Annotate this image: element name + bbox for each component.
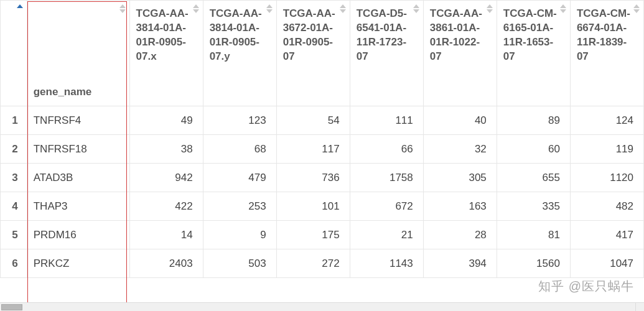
header-label: TCGA-AA-3861-01A-01R-1022-07 — [430, 7, 482, 62]
data-cell[interactable]: 68 — [203, 135, 276, 164]
data-cell[interactable]: 38 — [129, 135, 203, 164]
row-number-cell: 6 — [1, 249, 27, 278]
sort-indicator[interactable] — [633, 4, 640, 13]
data-cell[interactable]: 503 — [203, 249, 276, 278]
data-cell[interactable]: 111 — [350, 106, 423, 135]
data-cell[interactable]: 32 — [423, 135, 497, 164]
sort-asc-icon — [340, 4, 346, 8]
data-cell[interactable]: 335 — [497, 192, 570, 221]
data-cell[interactable]: 175 — [276, 221, 350, 249]
data-cell[interactable]: 119 — [570, 135, 643, 164]
sort-desc-icon — [560, 9, 566, 13]
column-header-gene-name[interactable]: gene_name — [27, 1, 129, 106]
table-row[interactable]: 5PRDM16149175212881417 — [1, 221, 644, 249]
column-header-sample-5[interactable]: TCGA-CM-6165-01A-11R-1653-07 — [497, 1, 570, 106]
data-cell[interactable]: 66 — [350, 135, 423, 164]
header-label: TCGA-D5-6541-01A-11R-1723-07 — [357, 7, 407, 62]
sort-asc-icon — [633, 4, 640, 8]
data-cell[interactable]: 2403 — [129, 249, 203, 278]
data-cell[interactable]: 253 — [203, 192, 276, 221]
data-cell[interactable]: 123 — [203, 106, 276, 135]
header-label: gene_name — [34, 86, 92, 98]
sort-indicator[interactable] — [413, 4, 419, 13]
data-cell[interactable]: 394 — [423, 249, 497, 278]
sort-indicator[interactable] — [119, 4, 126, 13]
row-number-header[interactable] — [1, 1, 27, 106]
gene-name-cell[interactable]: ATAD3B — [27, 164, 129, 192]
table-row[interactable]: 4THAP3422253101672163335482 — [1, 192, 644, 221]
gene-name-cell[interactable]: PRKCZ — [27, 249, 129, 278]
sort-desc-icon — [266, 9, 273, 13]
sort-desc-icon — [413, 9, 419, 13]
header-label: TCGA-AA-3814-01A-01R-0905-07.y — [210, 7, 262, 62]
sort-indicator[interactable] — [487, 4, 493, 13]
gene-name-cell[interactable]: TNFRSF18 — [27, 135, 129, 164]
sort-indicator[interactable] — [266, 4, 273, 13]
gene-name-cell[interactable]: TNFRSF4 — [27, 106, 129, 135]
sort-indicator[interactable] — [193, 4, 199, 13]
data-cell[interactable]: 60 — [497, 135, 570, 164]
data-cell[interactable]: 117 — [276, 135, 350, 164]
data-cell[interactable]: 1120 — [570, 164, 643, 192]
header-label: TCGA-AA-3672-01A-01R-0905-07 — [283, 7, 335, 62]
sort-asc-icon — [413, 4, 419, 8]
data-cell[interactable]: 417 — [570, 221, 643, 249]
row-number-cell: 2 — [1, 135, 27, 164]
data-cell[interactable]: 49 — [129, 106, 203, 135]
sort-asc-icon — [193, 4, 199, 8]
sort-desc-icon — [340, 9, 346, 13]
data-table: gene_name TCGA-AA-3814-01A-01R-0905-07.x… — [0, 0, 644, 278]
column-header-sample-4[interactable]: TCGA-AA-3861-01A-01R-1022-07 — [423, 1, 497, 106]
data-cell[interactable]: 89 — [497, 106, 570, 135]
data-cell[interactable]: 1560 — [497, 249, 570, 278]
column-header-sample-6[interactable]: TCGA-CM-6674-01A-11R-1839-07 — [570, 1, 643, 106]
data-cell[interactable]: 1047 — [570, 249, 643, 278]
data-cell[interactable]: 28 — [423, 221, 497, 249]
header-row: gene_name TCGA-AA-3814-01A-01R-0905-07.x… — [1, 1, 644, 106]
data-cell[interactable]: 942 — [129, 164, 203, 192]
data-cell[interactable]: 54 — [276, 106, 350, 135]
header-label: TCGA-CM-6674-01A-11R-1839-07 — [577, 7, 630, 62]
table-row[interactable]: 3ATAD3B94247973617583056551120 — [1, 164, 644, 192]
row-number-cell: 3 — [1, 164, 27, 192]
data-cell[interactable]: 163 — [423, 192, 497, 221]
sort-indicator-rownum[interactable] — [17, 4, 23, 9]
sort-indicator[interactable] — [560, 4, 566, 13]
table-row[interactable]: 2TNFRSF183868117663260119 — [1, 135, 644, 164]
data-cell[interactable]: 101 — [276, 192, 350, 221]
sort-desc-icon — [633, 9, 640, 13]
sort-desc-icon — [487, 9, 493, 13]
gene-name-cell[interactable]: PRDM16 — [27, 221, 129, 249]
column-header-sample-1[interactable]: TCGA-AA-3814-01A-01R-0905-07.y — [203, 1, 276, 106]
sort-asc-icon — [560, 4, 566, 8]
data-cell[interactable]: 482 — [570, 192, 643, 221]
data-cell[interactable]: 655 — [497, 164, 570, 192]
data-cell[interactable]: 422 — [129, 192, 203, 221]
data-cell[interactable]: 479 — [203, 164, 276, 192]
gene-name-cell[interactable]: THAP3 — [27, 192, 129, 221]
sort-asc-icon — [266, 4, 273, 8]
data-cell[interactable]: 272 — [276, 249, 350, 278]
data-cell[interactable]: 736 — [276, 164, 350, 192]
data-cell[interactable]: 9 — [203, 221, 276, 249]
scrollbar-thumb[interactable] — [1, 304, 22, 310]
header-label: TCGA-AA-3814-01A-01R-0905-07.x — [136, 7, 189, 62]
data-cell[interactable]: 124 — [570, 106, 643, 135]
sort-indicator[interactable] — [340, 4, 346, 13]
data-cell[interactable]: 305 — [423, 164, 497, 192]
sort-asc-icon — [487, 4, 493, 8]
table-row[interactable]: 6PRKCZ2403503272114339415601047 — [1, 249, 644, 278]
row-number-cell: 4 — [1, 192, 27, 221]
data-cell[interactable]: 21 — [350, 221, 423, 249]
column-header-sample-2[interactable]: TCGA-AA-3672-01A-01R-0905-07 — [276, 1, 350, 106]
table-row[interactable]: 1TNFRSF449123541114089124 — [1, 106, 644, 135]
data-cell[interactable]: 672 — [350, 192, 423, 221]
data-cell[interactable]: 1758 — [350, 164, 423, 192]
column-header-sample-0[interactable]: TCGA-AA-3814-01A-01R-0905-07.x — [129, 1, 203, 106]
data-cell[interactable]: 1143 — [350, 249, 423, 278]
data-cell[interactable]: 14 — [129, 221, 203, 249]
horizontal-scrollbar[interactable] — [0, 302, 644, 311]
column-header-sample-3[interactable]: TCGA-D5-6541-01A-11R-1723-07 — [350, 1, 423, 106]
data-cell[interactable]: 81 — [497, 221, 570, 249]
data-cell[interactable]: 40 — [423, 106, 497, 135]
